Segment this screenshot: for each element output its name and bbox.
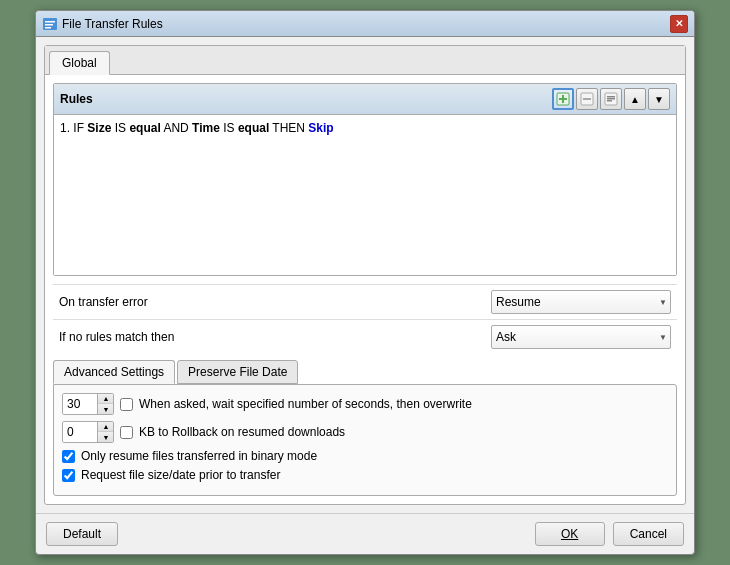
global-tab-control: Global Rules xyxy=(44,45,686,505)
rules-list: 1. IF Size IS equal AND Time IS equal TH… xyxy=(54,115,676,275)
wait-seconds-down[interactable]: ▼ xyxy=(98,404,114,414)
dialog-window: File Transfer Rules ✕ Global Rules xyxy=(35,10,695,555)
rollback-row: ▲ ▼ KB to Rollback on resumed downloads xyxy=(62,421,668,443)
cancel-button[interactable]: Cancel xyxy=(613,522,684,546)
tab-global[interactable]: Global xyxy=(49,51,110,75)
rollback-up[interactable]: ▲ xyxy=(98,422,114,432)
svg-rect-1 xyxy=(45,21,55,23)
add-rule-button[interactable] xyxy=(552,88,574,110)
wait-overwrite-label: When asked, wait specified number of sec… xyxy=(139,397,472,411)
rules-panel: Rules xyxy=(53,83,677,276)
rule-number: 1. xyxy=(60,121,73,135)
on-transfer-error-row: On transfer error Resume Ask Skip Fail xyxy=(53,284,677,319)
rollback-checkbox[interactable] xyxy=(120,426,133,439)
svg-rect-12 xyxy=(607,100,612,102)
tab-content-global: Rules xyxy=(45,75,685,504)
if-no-rules-row: If no rules match then Ask Resume Skip F… xyxy=(53,319,677,354)
wait-seconds-row: ▲ ▼ When asked, wait specified number of… xyxy=(62,393,668,415)
advanced-section: Advanced Settings Preserve File Date ▲ ▼ xyxy=(53,360,677,496)
binary-mode-label: Only resume files transferred in binary … xyxy=(81,449,317,463)
request-filesize-row: Request file size/date prior to transfer xyxy=(62,468,668,482)
wait-seconds-up[interactable]: ▲ xyxy=(98,394,114,404)
if-no-rules-label: If no rules match then xyxy=(59,330,491,344)
rollback-down[interactable]: ▼ xyxy=(98,432,114,442)
move-down-button[interactable]: ▼ xyxy=(648,88,670,110)
on-transfer-error-select[interactable]: Resume Ask Skip Fail xyxy=(491,290,671,314)
edit-rule-button[interactable] xyxy=(600,88,622,110)
svg-rect-10 xyxy=(607,98,615,100)
wait-seconds-spinner: ▲ ▼ xyxy=(62,393,114,415)
advanced-tab-header: Advanced Settings Preserve File Date xyxy=(53,360,677,384)
rules-toolbar: ▲ ▼ xyxy=(552,88,670,110)
default-button[interactable]: Default xyxy=(46,522,118,546)
move-up-button[interactable]: ▲ xyxy=(624,88,646,110)
dialog-icon xyxy=(42,16,58,32)
title-bar: File Transfer Rules ✕ xyxy=(36,11,694,37)
footer-right: OK Cancel xyxy=(535,522,684,546)
binary-mode-checkbox[interactable] xyxy=(62,450,75,463)
on-transfer-error-label: On transfer error xyxy=(59,295,491,309)
rules-title: Rules xyxy=(60,92,93,106)
on-transfer-error-select-wrapper: Resume Ask Skip Fail xyxy=(491,290,671,314)
dialog-title: File Transfer Rules xyxy=(62,17,163,31)
wait-seconds-input[interactable] xyxy=(63,394,97,414)
wait-overwrite-checkbox[interactable] xyxy=(120,398,133,411)
rollback-input[interactable] xyxy=(63,422,97,442)
dialog-footer: Default OK Cancel xyxy=(36,513,694,554)
tab-preserve-file-date[interactable]: Preserve File Date xyxy=(177,360,298,384)
dialog-body: Global Rules xyxy=(36,37,694,513)
svg-rect-3 xyxy=(45,27,51,29)
svg-rect-11 xyxy=(607,96,615,98)
request-filesize-checkbox[interactable] xyxy=(62,469,75,482)
rollback-label: KB to Rollback on resumed downloads xyxy=(139,425,345,439)
tab-advanced-settings[interactable]: Advanced Settings xyxy=(53,360,175,384)
rollback-spinner: ▲ ▼ xyxy=(62,421,114,443)
footer-left: Default xyxy=(46,522,118,546)
if-no-rules-select[interactable]: Ask Resume Skip Fail xyxy=(491,325,671,349)
request-filesize-label: Request file size/date prior to transfer xyxy=(81,468,280,482)
if-no-rules-select-wrapper: Ask Resume Skip Fail xyxy=(491,325,671,349)
rules-header: Rules xyxy=(54,84,676,115)
tab-header: Global xyxy=(45,46,685,75)
remove-rule-button[interactable] xyxy=(576,88,598,110)
svg-rect-2 xyxy=(45,24,53,26)
advanced-content: ▲ ▼ When asked, wait specified number of… xyxy=(53,384,677,496)
ok-button[interactable]: OK xyxy=(535,522,605,546)
close-button[interactable]: ✕ xyxy=(670,15,688,33)
rule-item: 1. IF Size IS equal AND Time IS equal TH… xyxy=(60,119,670,137)
binary-mode-row: Only resume files transferred in binary … xyxy=(62,449,668,463)
